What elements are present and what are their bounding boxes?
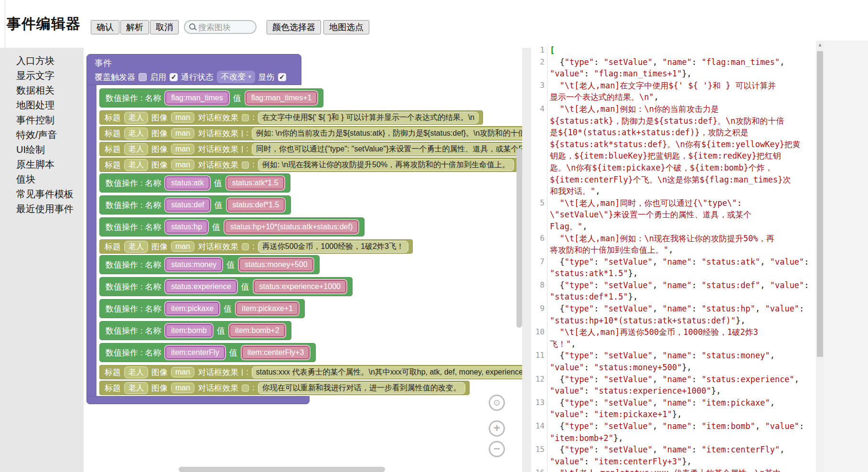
speaker-field[interactable]: 老人 bbox=[124, 241, 148, 253]
setvalue-block[interactable]: 数值操作 : 名称item:centerFly值item:centerFly+3 bbox=[99, 343, 316, 362]
speaker-field[interactable]: 老人 bbox=[124, 382, 148, 394]
value-field[interactable]: flag:man_times+1 bbox=[246, 91, 318, 105]
value-field[interactable]: status:def*1.5 bbox=[227, 198, 285, 212]
blockly-workspace[interactable]: 事件 覆盖触发器启用✓通行状态不改变▾显伤✓ 数值操作 : 名称flag:man… bbox=[84, 48, 522, 472]
code-scrollbar-thumb[interactable] bbox=[817, 51, 823, 357]
image-label: 图像 bbox=[151, 241, 168, 252]
sidebar-item-数据相关[interactable]: 数据相关 bbox=[0, 83, 84, 98]
dialog-text-field[interactable]: 再送你500金币，1000经验，1破2炸3飞！ bbox=[258, 241, 408, 253]
text-block[interactable]: 标题老人图像man对话框效果:status:xxx 代表勇士的某个属性。\n其中… bbox=[99, 365, 522, 379]
sidebar-item-最近使用事件[interactable]: 最近使用事件 bbox=[0, 202, 84, 216]
sidebar-item-入口方块[interactable]: 入口方块 bbox=[0, 54, 84, 68]
zoom-out-button[interactable]: − bbox=[489, 441, 505, 457]
image-field[interactable]: man bbox=[171, 160, 194, 170]
code-scrollbar[interactable]: ▲ bbox=[816, 41, 824, 472]
dialog-effect-checkbox[interactable] bbox=[242, 114, 249, 121]
sidebar-item-UI绘制[interactable]: UI绘制 bbox=[0, 142, 84, 157]
dialog-effect-checkbox[interactable] bbox=[242, 146, 243, 153]
image-field[interactable]: man bbox=[171, 367, 194, 377]
value-field[interactable]: status:hp+10*(status:atk+status:def) bbox=[225, 220, 358, 234]
image-field[interactable]: man bbox=[171, 112, 194, 123]
sidebar-item-特效/声音[interactable]: 特效/声音 bbox=[0, 128, 84, 142]
setvalue-block[interactable]: 数值操作 : 名称item:bomb值item:bomb+2 bbox=[99, 321, 291, 340]
name-field[interactable]: item:bomb bbox=[165, 324, 213, 337]
value-field[interactable]: item:bomb+2 bbox=[229, 324, 285, 337]
name-field[interactable]: item:centerFly bbox=[165, 346, 225, 359]
dialog-text-field[interactable]: 同时，你也可以通过{"type": "setValue"}来设置一个勇士的属性、… bbox=[252, 143, 522, 155]
speaker-field[interactable]: 老人 bbox=[124, 159, 148, 171]
image-field[interactable]: man bbox=[171, 383, 194, 393]
dialog-text-field[interactable]: 例如: \n现在我将让你的攻防提升50%，再将攻防和的十倍加到生命值上。 bbox=[258, 159, 514, 171]
sidebar-item-显示文字[interactable]: 显示文字 bbox=[0, 68, 84, 83]
setvalue-block[interactable]: 数值操作 : 名称status:atk值status:atk*1.5 bbox=[99, 173, 290, 193]
speaker-field[interactable]: 老人 bbox=[124, 112, 148, 124]
colon-label: : bbox=[246, 129, 248, 138]
sidebar-item-常见事件模板[interactable]: 常见事件模板 bbox=[0, 187, 84, 202]
text-block[interactable]: 标题老人图像man对话框效果:你现在可以重新和我进行对话，进一步看到属性值的改变… bbox=[99, 381, 470, 395]
line-number bbox=[531, 162, 547, 174]
dialog-text-field[interactable]: 在文字中使用${' ${ '}和 } 可以计算并显示一个表达式的结果。\n bbox=[258, 112, 479, 124]
color-picker-button[interactable]: 颜色选择器 bbox=[267, 20, 321, 34]
sidebar-item-值块[interactable]: 值块 bbox=[0, 172, 84, 187]
workspace-vertical-scrollbar[interactable] bbox=[516, 148, 522, 328]
parse-button[interactable]: 解析 bbox=[120, 20, 149, 34]
setvalue-block[interactable]: 数值操作 : 名称status:money值status:money+500 bbox=[99, 255, 320, 274]
scrollbar-up-arrow-icon[interactable]: ▲ bbox=[816, 41, 824, 49]
image-field[interactable]: man bbox=[171, 128, 194, 139]
name-field[interactable]: status:atk bbox=[165, 176, 209, 190]
value-field[interactable]: item:pickaxe+1 bbox=[236, 302, 299, 315]
name-field[interactable]: status:experience bbox=[165, 280, 236, 293]
confirm-button[interactable]: 确认 bbox=[91, 20, 119, 34]
setvalue-block[interactable]: 数值操作 : 名称status:experience值status:experi… bbox=[99, 277, 353, 296]
map-point-button[interactable]: 地图选点 bbox=[323, 20, 369, 34]
image-field[interactable]: man bbox=[171, 241, 194, 252]
sidebar-item-原生脚本[interactable]: 原生脚本 bbox=[0, 157, 84, 172]
line-number bbox=[531, 315, 547, 327]
workspace-horizontal-scrollbar[interactable] bbox=[179, 467, 385, 472]
speaker-field[interactable]: 老人 bbox=[124, 143, 148, 155]
image-field[interactable]: man bbox=[171, 144, 194, 154]
dialog-text-field[interactable]: 你现在可以重新和我进行对话，进一步看到属性值的改变。 bbox=[258, 382, 465, 394]
text-block[interactable]: 标题老人图像man对话框效果:例如: \n你的当前攻击力是${status:at… bbox=[99, 126, 522, 140]
dialog-effect-checkbox[interactable] bbox=[242, 243, 249, 250]
value-field[interactable]: status:experience+1000 bbox=[254, 280, 346, 293]
code-editor[interactable]: 1[2 {"type": "setValue", "name": "flag:m… bbox=[531, 41, 816, 472]
setvalue-label: 数值操作 : 名称 bbox=[106, 178, 161, 189]
value-field[interactable]: status:money+500 bbox=[239, 258, 313, 271]
dialog-text-field[interactable]: status:xxx 代表勇士的某个属性。\n其中xxx可取hp, atk, d… bbox=[252, 366, 522, 378]
text-block[interactable]: 标题老人图像man对话框效果:在文字中使用${' ${ '}和 } 可以计算并显… bbox=[99, 110, 483, 125]
image-label: 图像 bbox=[151, 367, 168, 378]
text-block[interactable]: 标题老人图像man对话框效果:例如: \n现在我将让你的攻防提升50%，再将攻防… bbox=[99, 158, 522, 172]
dialog-effect-checkbox[interactable] bbox=[242, 369, 243, 376]
zoom-in-button[interactable]: + bbox=[489, 420, 505, 437]
dialog-effect-checkbox[interactable] bbox=[242, 130, 243, 137]
cancel-button[interactable]: 取消 bbox=[150, 20, 179, 34]
text-block[interactable]: 标题老人图像man对话框效果:同时，你也可以通过{"type": "setVal… bbox=[99, 142, 522, 156]
code-line: "status:atk*1.5"}, bbox=[531, 268, 816, 279]
reset-view-button[interactable] bbox=[489, 395, 505, 411]
search-input[interactable] bbox=[197, 22, 254, 33]
name-field[interactable]: status:money bbox=[165, 258, 222, 271]
dialog-effect-checkbox[interactable] bbox=[242, 161, 249, 169]
text-block[interactable]: 标题老人图像man对话框效果:再送你500金币，1000经验，1破2炸3飞！ bbox=[99, 239, 413, 254]
name-field[interactable]: flag:man_times bbox=[165, 91, 229, 105]
sidebar-item-事件控制[interactable]: 事件控制 bbox=[0, 113, 84, 128]
setvalue-block[interactable]: 数值操作 : 名称item:pickaxe值item:pickaxe+1 bbox=[99, 299, 305, 318]
name-field[interactable]: status:def bbox=[165, 198, 210, 212]
speaker-field[interactable]: 老人 bbox=[124, 366, 148, 378]
dialog-effect-label: 对话框效果 bbox=[198, 144, 238, 155]
speaker-field[interactable]: 老人 bbox=[124, 128, 148, 139]
name-field[interactable]: status:hp bbox=[165, 220, 208, 234]
name-field[interactable]: item:pickaxe bbox=[165, 302, 219, 315]
sidebar-item-地图处理[interactable]: 地图处理 bbox=[0, 98, 84, 113]
value-field[interactable]: status:atk*1.5 bbox=[226, 176, 284, 190]
dialog-text-field[interactable]: 例如: \n你的当前攻击力是${status:atk}，防御力是${status… bbox=[252, 128, 522, 139]
category-sidebar: 入口方块显示文字数据相关地图处理事件控制特效/声音UI绘制原生脚本值块常见事件模… bbox=[0, 48, 84, 472]
setvalue-block[interactable]: 数值操作 : 名称flag:man_times值flag:man_times+1 bbox=[99, 88, 323, 107]
value-field[interactable]: item:centerFly+3 bbox=[242, 346, 310, 359]
dialog-effect-checkbox[interactable] bbox=[242, 385, 249, 392]
line-number bbox=[531, 174, 547, 186]
setvalue-block[interactable]: 数值操作 : 名称status:hp值status:hp+10*(status:… bbox=[99, 217, 364, 236]
line-number: 16 bbox=[531, 467, 547, 472]
setvalue-block[interactable]: 数值操作 : 名称status:def值status:def*1.5 bbox=[99, 195, 291, 215]
